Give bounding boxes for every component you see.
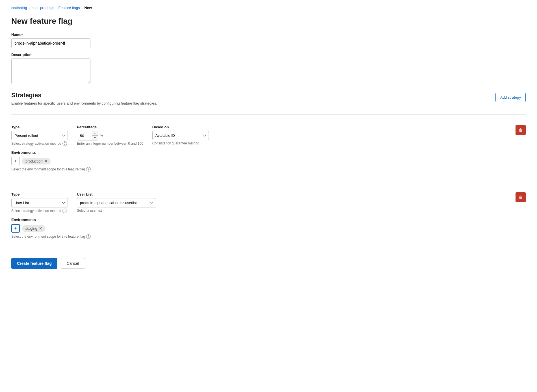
strategy-2-type-hint: Select strategy activation method ?	[11, 209, 68, 213]
name-field-group: Name*	[11, 33, 526, 48]
strategy-1-trash-icon: 🗑	[519, 128, 523, 132]
strategy-1-env-tag-label: production	[25, 159, 43, 163]
strategy-1-percentage-hint: Enter an integer number between 0 and 10…	[77, 142, 143, 146]
strategy-1-env-add-button[interactable]: +	[11, 157, 20, 165]
strategy-2-trash-icon: 🗑	[519, 195, 523, 200]
strategy-2-userlist-hint: Select a user list	[77, 209, 156, 213]
strategy-1-row: Type Percent rollout User List Default S…	[11, 125, 526, 146]
strategy-1-delete-button[interactable]: 🗑	[516, 125, 526, 135]
strategy-2-environments: Environments + staging ✕ Select the envi…	[11, 218, 526, 239]
strategy-1-percentage-group: Percentage ▲ ▼ % Enter an integer number…	[77, 125, 143, 146]
description-field-group: Description	[11, 53, 526, 85]
strategies-section: Strategies Enable features for specific …	[11, 92, 526, 244]
strategy-1-type-hint: Select strategy activation method ?	[11, 141, 68, 146]
strategy-2-env-hint: Select the environment scope for this fe…	[11, 234, 526, 239]
breadcrumb-sep-1: ›	[29, 6, 30, 10]
strategy-2-env-help-icon[interactable]: ?	[86, 234, 91, 239]
divider-2	[11, 182, 526, 182]
strategy-1-percent-sign: %	[100, 134, 103, 138]
cancel-button[interactable]: Cancel	[61, 258, 85, 269]
strategies-title: Strategies	[11, 92, 157, 99]
add-strategy-button[interactable]: Add strategy	[495, 93, 526, 102]
strategy-1-env-tag-remove[interactable]: ✕	[44, 159, 48, 163]
strategy-1-env-help-icon[interactable]: ?	[86, 167, 91, 172]
divider-1	[11, 114, 526, 115]
strategy-1-percentage-label: Percentage	[77, 125, 143, 129]
strategy-2-env-label: Environments	[11, 218, 526, 222]
strategy-2-env-tag: staging ✕	[22, 225, 45, 232]
strategy-1-type-label: Type	[11, 125, 68, 129]
strategy-2-env-tag-remove[interactable]: ✕	[39, 226, 42, 230]
strategy-2-type-label: Type	[11, 192, 68, 196]
strategy-1-percentage-input[interactable]	[77, 131, 92, 140]
name-input[interactable]	[11, 38, 90, 48]
strategy-1-env-tag: production ✕	[22, 158, 51, 164]
breadcrumb-feature-flags[interactable]: Feature flags	[59, 6, 80, 10]
strategy-1-spinner-up[interactable]: ▲	[92, 131, 98, 136]
breadcrumb-hn[interactable]: hn	[32, 6, 36, 10]
strategy-1-block: Type Percent rollout User List Default S…	[11, 119, 526, 177]
strategy-2-env-tag-label: staging	[25, 226, 37, 231]
strategy-2-type-group: Type User List Percent rollout Default S…	[11, 192, 68, 213]
strategies-description: Enable features for specific users and e…	[11, 101, 157, 105]
footer-actions: Create feature flag Cancel	[11, 254, 526, 269]
strategy-1-environments: Environments + production ✕ Select the e…	[11, 150, 526, 172]
strategy-1-type-select[interactable]: Percent rollout User List Default	[11, 131, 68, 140]
strategy-2-userlist-label: User List	[77, 192, 156, 196]
strategy-1-env-hint: Select the environment scope for this fe…	[11, 167, 526, 172]
strategy-1-percentage-wrapper: ▲ ▼ %	[77, 131, 143, 140]
description-label: Description	[11, 53, 526, 57]
description-textarea[interactable]	[11, 59, 90, 84]
strategy-1-env-row: + production ✕	[11, 157, 526, 165]
breadcrumb: cealsairtg › hn › prodmgr › Feature flag…	[11, 6, 526, 10]
breadcrumb-prodmgr[interactable]: prodmgr	[40, 6, 54, 10]
breadcrumb-current: New	[84, 6, 92, 10]
strategy-2-delete-button[interactable]: 🗑	[516, 192, 526, 202]
strategy-1-basedon-select[interactable]: Available ID User ID Random	[152, 131, 209, 140]
strategy-1-basedon-group: Based on Available ID User ID Random Con…	[152, 125, 209, 145]
strategy-2-block: Type User List Percent rollout Default S…	[11, 187, 526, 244]
strategy-2-row: Type User List Percent rollout Default S…	[11, 192, 526, 213]
breadcrumb-sep-2: ›	[37, 6, 38, 10]
strategy-2-type-help-icon[interactable]: ?	[62, 209, 67, 213]
strategy-2-userlist-select[interactable]: prods-in-alphabetical-order-userlist	[77, 198, 156, 207]
strategy-1-type-help-icon[interactable]: ?	[62, 141, 67, 146]
strategy-1-basedon-hint: Consistency guarantee method	[152, 141, 209, 145]
strategy-1-spinner-down[interactable]: ▼	[92, 136, 98, 140]
strategy-1-type-group: Type Percent rollout User List Default S…	[11, 125, 68, 146]
breadcrumb-sep-3: ›	[56, 6, 57, 10]
strategy-2-env-add-button[interactable]: +	[11, 224, 20, 233]
strategy-1-basedon-label: Based on	[152, 125, 209, 129]
strategy-1-spinner: ▲ ▼	[77, 131, 98, 140]
page-title: New feature flag	[11, 17, 526, 26]
create-feature-flag-button[interactable]: Create feature flag	[11, 258, 57, 269]
breadcrumb-cealsairtg[interactable]: cealsairtg	[11, 6, 27, 10]
strategy-2-type-select[interactable]: User List Percent rollout Default	[11, 198, 68, 207]
strategy-1-spinner-buttons: ▲ ▼	[92, 131, 98, 140]
name-label: Name*	[11, 33, 526, 37]
strategy-2-env-row: + staging ✕	[11, 224, 526, 233]
strategy-2-userlist-group: User List prods-in-alphabetical-order-us…	[77, 192, 156, 213]
strategy-1-env-label: Environments	[11, 150, 526, 155]
breadcrumb-sep-4: ›	[81, 6, 83, 10]
